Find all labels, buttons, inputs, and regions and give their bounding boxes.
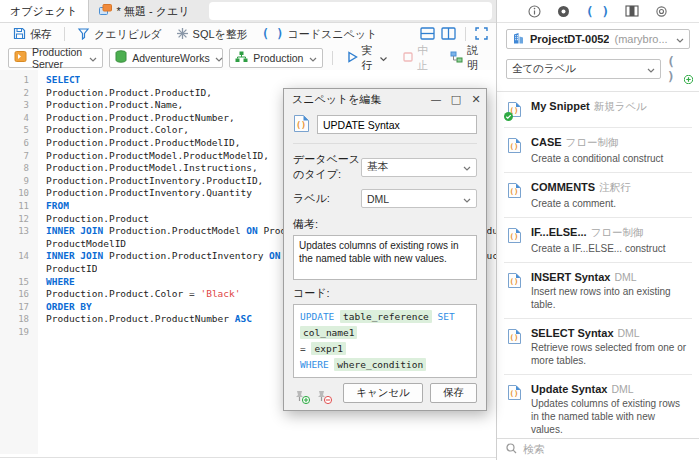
snippet-item[interactable]: ()COMMENTS注釈行Create a comment. <box>497 173 699 217</box>
query-builder-button[interactable]: クエリビルダ <box>72 25 167 44</box>
line-number: 6 <box>0 137 38 150</box>
schema-value: Production <box>253 52 303 64</box>
toolbar-divider <box>64 27 65 41</box>
database-select[interactable]: AdventureWorks <box>109 48 223 68</box>
snippet-search[interactable]: 検索 <box>497 438 699 460</box>
fullscreen-icon[interactable] <box>475 27 488 42</box>
code-label: コード: <box>293 286 477 301</box>
snippet-item[interactable]: ()CASEフロー制御Create a conditional construc… <box>497 128 699 172</box>
remove-placeholder-button[interactable] <box>315 390 328 403</box>
snippet-code-editor[interactable]: UPDATE table_reference SET col_name1= ex… <box>293 304 477 378</box>
query-builder-icon <box>77 27 90 42</box>
beautify-sql-button[interactable]: SQLを整形 <box>171 25 253 44</box>
project-icon <box>512 32 525 47</box>
line-number: 4 <box>0 112 38 125</box>
add-placeholder-button[interactable] <box>293 390 306 403</box>
panel-icon-bar: ( ) <box>497 0 699 23</box>
new-snippet-button[interactable]: ( ) <box>667 54 690 84</box>
split-vertical-icon[interactable] <box>441 27 456 42</box>
server-icon <box>14 50 27 65</box>
beautify-sql-label: SQLを整形 <box>193 27 248 42</box>
line-number: 7 <box>0 150 38 163</box>
dialog-save-button[interactable]: 保存 <box>430 383 477 403</box>
snippet-item[interactable]: ()SELECT SyntaxDMLRetrieve rows selected… <box>497 319 699 374</box>
tab-strip-empty <box>209 2 492 20</box>
run-icon <box>347 51 358 65</box>
tab-query-label: * 無題 - クエリ <box>117 4 190 19</box>
cancel-button[interactable]: キャンセル <box>343 383 423 403</box>
snippet-list: ()My Snippet新規ラベル()CASEフロー制御Create a con… <box>497 92 699 460</box>
line-number: 1 <box>0 74 38 87</box>
code-snippet-label: コードスニペット <box>288 27 378 42</box>
snippet-tag: 新規ラベル <box>594 100 647 112</box>
line-number: 19 <box>0 326 38 339</box>
gear-icon[interactable] <box>655 5 668 18</box>
line-number: 13 <box>0 225 38 238</box>
record-dot-icon[interactable] <box>557 5 570 18</box>
sync-check-badge <box>504 111 513 123</box>
snippet-tag: DML <box>618 327 640 339</box>
snippet-label-select[interactable]: DML <box>361 189 477 208</box>
snippet-file-icon: () <box>507 328 523 347</box>
chevron-down-icon <box>676 33 684 45</box>
snippet-file-icon: () <box>293 114 310 135</box>
snippet-name-input[interactable] <box>317 115 477 134</box>
snippet-file-icon: () <box>507 101 523 120</box>
snippet-description: Insert new rows into an existing table. <box>531 285 689 311</box>
db-type-value: 基本 <box>367 160 388 174</box>
snippet-description: Create a IF...ELSE... construct <box>531 242 666 255</box>
snippet-title: INSERT Syntax <box>531 271 610 283</box>
close-button[interactable]: ✕ <box>466 89 486 110</box>
snippet-description: Create a comment. <box>531 197 631 210</box>
info-icon[interactable] <box>528 5 541 18</box>
snippet-label-label: ラベル: <box>293 191 361 206</box>
search-placeholder: 検索 <box>523 442 545 457</box>
line-number: 11 <box>0 200 38 213</box>
minimize-button[interactable]: — <box>426 89 446 110</box>
line-number: 5 <box>0 124 38 137</box>
snippet-item[interactable]: ()My Snippet新規ラベル <box>497 92 699 127</box>
line-number: 2 <box>0 87 38 100</box>
dialog-separator <box>293 143 477 144</box>
snippet-description: Updates columns of existing rows in the … <box>531 397 689 436</box>
save-button[interactable]: 保存 <box>8 25 57 44</box>
project-select[interactable]: ProjectDT-0052 (marybro... <box>506 29 690 49</box>
split-horizontal-icon[interactable] <box>420 27 435 42</box>
snippet-item[interactable]: ()IF...ELSE...フロー制御Create a IF...ELSE...… <box>497 218 699 262</box>
beautify-sql-icon <box>176 27 189 42</box>
line-number: 3 <box>0 99 38 112</box>
tab-query[interactable]: * 無題 - クエリ <box>89 0 200 22</box>
remarks-textarea[interactable]: Updates columns of existing rows in the … <box>293 235 477 280</box>
svg-text:(): () <box>509 187 518 196</box>
svg-text:(): () <box>296 120 306 130</box>
snippet-file-icon: () <box>507 227 523 246</box>
label-filter-select[interactable]: 全てのラベル <box>506 59 661 79</box>
svg-text:(): () <box>509 333 518 342</box>
db-type-select[interactable]: 基本 <box>361 158 477 177</box>
label-filter-value: 全てのラベル <box>512 62 576 76</box>
connection-select[interactable]: Production Server <box>8 48 103 68</box>
snippet-title: Update Syntax <box>531 383 607 395</box>
schema-select[interactable]: Production <box>229 48 323 68</box>
run-dropdown-caret[interactable] <box>380 52 387 64</box>
snippet-item[interactable]: ()Update SyntaxDMLUpdates columns of exi… <box>497 375 699 443</box>
svg-text:(): () <box>509 277 518 286</box>
dialog-titlebar[interactable]: スニペットを編集 — □ ✕ <box>284 89 486 110</box>
snippet-file-icon: () <box>507 182 523 201</box>
query-tab-icon <box>99 4 112 18</box>
snippet-filters: ProjectDT-0052 (marybro... 全てのラベル ( ) <box>497 23 699 92</box>
snippet-tag: フロー制御 <box>566 136 619 148</box>
db-type-label: データベースのタイプ: <box>293 152 361 182</box>
code-line: 1SELECT <box>0 74 496 87</box>
snippet-tag: DML <box>614 271 636 283</box>
maximize-button[interactable]: □ <box>446 89 466 110</box>
stop-icon <box>403 52 413 64</box>
snippet-description: Retrieve rows selected from one or more … <box>531 341 689 367</box>
query-builder-label: クエリビルダ <box>94 27 162 42</box>
grid-view-icon[interactable] <box>625 5 639 17</box>
tab-objects-label: オブジェクト <box>10 4 78 19</box>
snippet-item[interactable]: ()INSERT SyntaxDMLInsert new rows into a… <box>497 263 699 318</box>
snippets-tab-icon[interactable]: ( ) <box>586 4 609 19</box>
toolbar-divider <box>465 27 466 41</box>
tab-objects[interactable]: オブジェクト <box>0 0 89 22</box>
